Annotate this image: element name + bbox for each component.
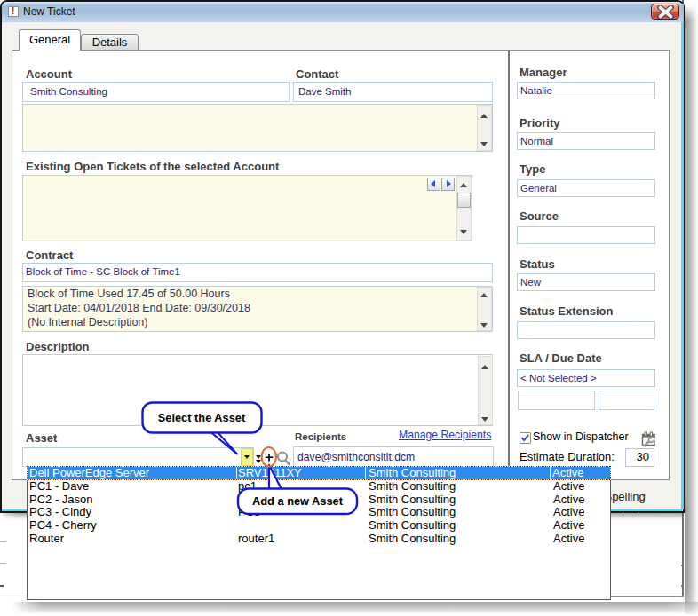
svg-text:Select the Asset: Select the Asset xyxy=(158,411,246,424)
svg-text:Add a new Asset: Add a new Asset xyxy=(252,494,344,508)
